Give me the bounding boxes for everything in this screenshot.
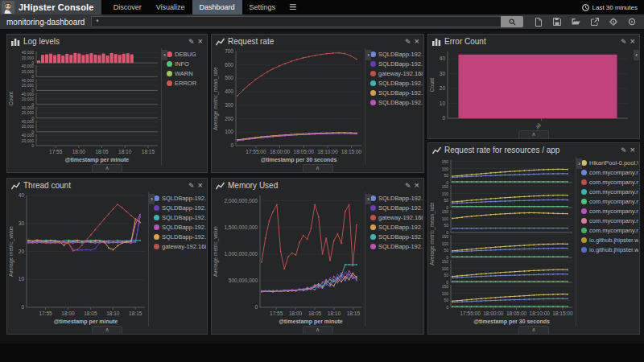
legend-item[interactable]: WARN (167, 70, 206, 77)
legend-toggle-icon[interactable]: › (365, 194, 371, 204)
panel-title: Request rate (228, 37, 402, 46)
bottom-strip (0, 343, 644, 362)
svg-text:Count: Count (429, 78, 435, 93)
legend-item[interactable]: gateway-192.168.43.8... (370, 70, 423, 77)
legend-item[interactable]: SQLDBapp-192.168.4... (370, 89, 423, 97)
legend-color-dot (167, 51, 172, 57)
edit-panel-icon[interactable]: ✎ (405, 38, 411, 46)
remove-panel-icon[interactable]: × (630, 146, 635, 154)
legend-toggle-icon[interactable]: › (149, 194, 155, 204)
legend-item[interactable]: SQLDBapp-192.168.4... (154, 204, 206, 212)
legend-color-dot (370, 195, 376, 201)
legend-color-dot (154, 224, 159, 230)
panel-collapse-button[interactable]: ∧ (518, 326, 549, 334)
svg-text:300: 300 (225, 102, 233, 108)
legend-item[interactable]: SQLDBapp-192.168.4... (370, 233, 423, 241)
panel-collapse-button[interactable]: ∧ (303, 164, 333, 172)
search-input[interactable] (91, 16, 501, 27)
nav-item-visualize[interactable]: Visualize (149, 0, 192, 14)
panel-collapse-button[interactable]: ∧ (303, 326, 333, 334)
legend-item[interactable]: SQLDBapp-192.168.4... (154, 224, 206, 231)
legend-item[interactable]: DEBUG (167, 51, 206, 58)
load-dashboard-icon[interactable] (572, 18, 580, 26)
legend-toggle-icon[interactable]: › (365, 50, 371, 60)
legend-item[interactable]: com.mycompany.myap... (581, 188, 638, 195)
time-range-picker[interactable]: Last 30 minutes (576, 0, 644, 14)
legend-label: SQLDBapp-192.168.4... (378, 80, 423, 87)
remove-panel-icon[interactable]: × (198, 182, 203, 189)
panel-collapse-button[interactable]: ∧ (518, 130, 549, 138)
legend-item[interactable]: SQLDBapp-192.168.4... (154, 195, 206, 202)
nav-item-dashboard[interactable]: Dashboard (192, 0, 242, 14)
legend-item[interactable]: SQLDBapp-192.168.4... (370, 99, 423, 106)
svg-text:20: 20 (19, 249, 25, 254)
refresh-gear-icon[interactable] (628, 18, 636, 26)
legend-item[interactable]: SQLDBapp-192.168.4... (154, 233, 206, 241)
nav-item-settings[interactable]: Settings (242, 0, 283, 14)
legend-item[interactable]: io.github.jhipster.web.r... (581, 246, 638, 253)
edit-panel-icon[interactable]: ✎ (405, 182, 411, 190)
edit-panel-icon[interactable]: ✎ (188, 38, 195, 46)
legend-item[interactable]: INFO (167, 60, 206, 68)
brand-logo[interactable]: JHipster Console (0, 0, 101, 14)
svg-text:18:05: 18:05 (95, 149, 109, 154)
legend-item[interactable]: gateway-192.168.43.8... (154, 243, 206, 250)
svg-text:20,000: 20,000 (22, 124, 35, 129)
legend-item[interactable]: com.mycompany.myap... (581, 217, 638, 224)
panel-log-levels: Log levels ✎ × 40,00020,000040,00020,000… (6, 34, 208, 173)
legend-item[interactable]: ERROR (167, 80, 206, 87)
remove-panel-icon[interactable]: × (415, 182, 419, 189)
legend-color-dot (581, 179, 587, 185)
legend-label: SQLDBapp-192.168.4... (378, 99, 423, 106)
menu-icon[interactable]: ≡ (283, 0, 303, 14)
legend-color-dot (370, 61, 376, 67)
remove-panel-icon[interactable]: × (198, 38, 203, 45)
edit-panel-icon[interactable]: ✎ (621, 38, 627, 46)
svg-text:20,000: 20,000 (22, 69, 35, 74)
svg-text:18:05: 18:05 (84, 311, 97, 316)
save-dashboard-icon[interactable] (553, 18, 561, 26)
svg-text:20,000: 20,000 (22, 110, 35, 115)
legend-item[interactable]: com.mycompany.myap... (581, 198, 638, 205)
edit-panel-icon[interactable]: ✎ (621, 146, 627, 154)
svg-text:20: 20 (440, 85, 446, 91)
remove-panel-icon[interactable]: × (630, 38, 635, 45)
legend-label: com.mycompany.myap... (589, 217, 638, 224)
legend-item[interactable]: SQLDBapp-192.168.4... (370, 224, 423, 231)
jhipster-mascot-icon (2, 1, 14, 14)
search-button[interactable] (501, 16, 523, 27)
line-chart-icon (216, 182, 225, 190)
legend-item[interactable]: com.mycompany.myap... (581, 227, 638, 234)
legend-item[interactable]: SQLDBapp-192.168.4... (370, 60, 423, 68)
panel-title: Log levels (23, 37, 185, 46)
legend-item[interactable]: SQLDBapp-192.168.4... (370, 51, 423, 58)
legend-item[interactable]: com.mycompany.myap... (581, 208, 638, 215)
legend-item[interactable]: io.github.jhipster.web.r... (581, 237, 638, 244)
legend-item[interactable]: gateway-192.168.43.8... (370, 214, 423, 221)
legend-item[interactable]: HikariPool-0.pool.Wait (581, 159, 638, 167)
legend-item[interactable]: com.mycompany.myap... (581, 179, 638, 186)
remove-panel-icon[interactable]: × (415, 38, 419, 45)
legend-item[interactable]: com.mycompany.myap... (581, 169, 638, 176)
legend-item[interactable]: SQLDBapp-192.168.4... (370, 204, 423, 212)
new-dashboard-icon[interactable] (535, 18, 543, 27)
legend-item[interactable]: SQLDBapp-192.168.4... (370, 195, 423, 202)
legend-label: gateway-192.168.43.8... (162, 243, 206, 250)
legend-toggle-icon[interactable]: ‹ (634, 50, 639, 60)
panel-collapse-button[interactable]: ∧ (92, 326, 122, 334)
legend-toggle-icon[interactable]: › (576, 158, 582, 169)
legend-item[interactable]: SQLDBapp-192.168.4... (370, 243, 423, 250)
legend-item[interactable]: SQLDBapp-192.168.4... (370, 80, 423, 87)
svg-text:0: 0 (21, 304, 24, 310)
svg-text:18:00: 18:00 (61, 311, 75, 316)
legend-item[interactable]: SQLDBapp-192.168.4... (154, 214, 206, 221)
svg-text:20,000: 20,000 (22, 56, 35, 60)
nav-item-discover[interactable]: Discover (106, 0, 149, 14)
legend-toggle-icon[interactable]: › (162, 50, 167, 60)
share-dashboard-icon[interactable] (591, 18, 599, 26)
panel-collapse-button[interactable]: ∧ (92, 164, 122, 172)
edit-panel-icon[interactable]: ✎ (188, 182, 195, 190)
options-gear-icon[interactable] (609, 18, 617, 26)
svg-text:50: 50 (444, 298, 448, 302)
svg-text:150: 150 (442, 259, 449, 264)
